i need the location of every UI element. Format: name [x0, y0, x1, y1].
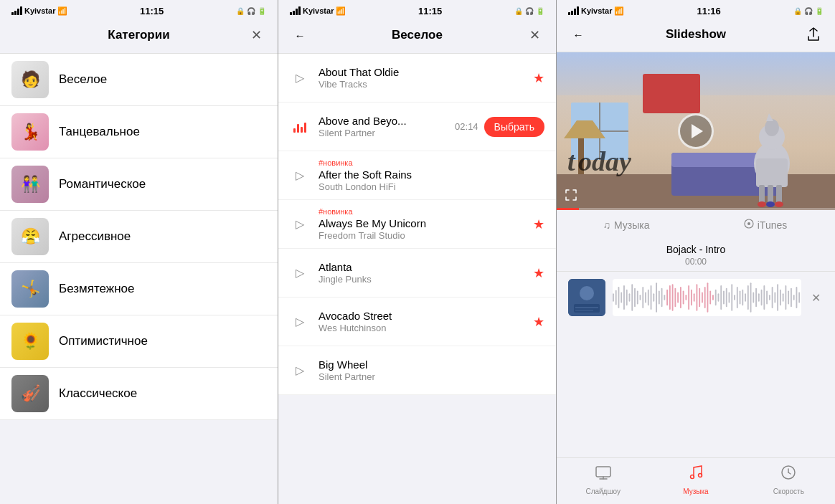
svg-rect-91	[774, 292, 775, 303]
category-romanticheskoe[interactable]: 👫 Романтическое	[0, 158, 278, 211]
track-info-4: #новинка Always Be My Unicorn Freedom Tr…	[319, 207, 524, 241]
playing-icon-2	[290, 121, 310, 133]
category-klassicheskoe[interactable]: 🎻 Классическое	[0, 368, 278, 420]
thumb-emoji-optim: 🌻	[21, 332, 40, 351]
audio-bars-icon	[293, 121, 306, 133]
back-button-3[interactable]: ←	[568, 26, 588, 44]
svg-rect-47	[656, 282, 657, 312]
track-after-soft-rains[interactable]: ▷ #новинка After the Soft Rains South Lo…	[278, 151, 556, 200]
favorite-icon-4[interactable]: ★	[533, 217, 544, 232]
track-big-wheel[interactable]: ▷ Big Wheel Silent Partner	[278, 346, 556, 395]
slideshow-icon	[595, 464, 612, 481]
status-icons-3: 🔒 🎧 🔋	[793, 7, 824, 15]
track-meta-6: ★	[533, 314, 544, 330]
category-label-klassicheskoe: Классическое	[59, 386, 137, 401]
share-button-3[interactable]	[803, 24, 824, 44]
track-about-that-oldie[interactable]: ▷ About That Oldie Vibe Tracks ★	[278, 54, 556, 103]
svg-rect-90	[772, 287, 773, 308]
category-label-agressivnoe: Агрессивное	[59, 229, 131, 244]
category-agressivnoe[interactable]: 😤 Агрессивное	[0, 211, 278, 263]
track-artist-3: South London HiFi	[319, 181, 536, 192]
status-bar-3: Kyivstar 📶 11:16 🔒 🎧 🔋	[557, 0, 835, 20]
track-info-5: Atlanta Jingle Punks	[319, 261, 524, 285]
category-thumb-agressivnoe: 😤	[11, 218, 49, 255]
svg-rect-43	[645, 292, 646, 303]
track-name-3: After the Soft Rains	[319, 168, 536, 181]
video-progress-bar[interactable]	[557, 208, 835, 210]
track-artist-7: Silent Partner	[319, 371, 536, 382]
fullscreen-button[interactable]	[565, 189, 577, 203]
tab-muzyka[interactable]: ♫ Музыка	[557, 216, 696, 234]
svg-rect-40	[637, 291, 638, 305]
svg-rect-62	[696, 284, 697, 311]
category-optimistichnoe[interactable]: 🌻 Оптимистичное	[0, 315, 278, 368]
svg-rect-34	[621, 292, 622, 303]
current-track-time: 00:00	[568, 257, 824, 267]
track-info-7: Big Wheel Silent Partner	[319, 358, 536, 382]
svg-rect-88	[766, 291, 768, 305]
music-source-tabs: ♫ Музыка iTunes	[557, 210, 835, 238]
muzyka-note-icon: ♫	[603, 219, 610, 231]
svg-rect-67	[709, 291, 711, 305]
itunes-icon	[744, 219, 754, 229]
remove-track-button[interactable]: ✕	[808, 288, 824, 308]
back-button-2[interactable]: ←	[290, 27, 310, 44]
category-veseloe[interactable]: 🧑 Веселое	[0, 54, 278, 106]
tracks-list: ▷ About That Oldie Vibe Tracks ★	[278, 54, 556, 504]
svg-rect-89	[769, 295, 770, 300]
clock-1: 11:15	[140, 6, 164, 16]
close-button-1[interactable]: ✕	[246, 24, 266, 46]
svg-rect-68	[712, 295, 714, 300]
svg-line-108	[788, 472, 791, 474]
track-atlanta[interactable]: ▷ Atlanta Jingle Punks ★	[278, 249, 556, 298]
category-label-tancevalnoe: Танцевальное	[59, 125, 140, 139]
bar	[304, 123, 306, 133]
headphones-icon-3: 🎧	[804, 7, 813, 15]
svg-rect-96	[788, 291, 789, 305]
track-meta-1: ★	[533, 70, 544, 86]
signal-bar	[571, 11, 573, 15]
svg-rect-94	[783, 293, 784, 301]
video-area: oday t	[557, 52, 835, 210]
svg-rect-82	[750, 282, 752, 312]
favorite-icon-1[interactable]: ★	[533, 70, 544, 86]
svg-rect-73	[726, 288, 727, 307]
svg-rect-92	[777, 284, 778, 311]
track-artist-6: Wes Hutchinson	[319, 323, 524, 333]
lock-icon-3: 🔒	[793, 7, 802, 15]
tab-itunes[interactable]: iTunes	[696, 216, 835, 234]
signal-bars-3	[568, 6, 579, 15]
svg-rect-87	[763, 285, 765, 310]
track-avocado-street[interactable]: ▷ Avocado Street Wes Hutchinson ★	[278, 298, 556, 346]
thumbnail-art	[568, 279, 605, 316]
favorite-icon-5[interactable]: ★	[533, 265, 544, 281]
category-thumb-veseloe: 🧑	[11, 61, 49, 98]
signal-bar	[290, 12, 292, 15]
waveform-display[interactable]	[613, 279, 801, 316]
choose-button-2[interactable]: Выбрать	[484, 117, 544, 137]
track-name-6: Avocado Street	[319, 310, 524, 322]
waveform-area: ✕	[557, 272, 835, 323]
itunes-circle-icon	[744, 219, 754, 231]
svg-point-25	[747, 222, 750, 225]
speed-tab-icon	[780, 464, 797, 485]
category-bezmyatezhnoe[interactable]: 🤸 Безмятежное	[0, 263, 278, 315]
nav-title-3: Slideshow	[588, 27, 803, 42]
track-above-and-beyond[interactable]: Above and Beyo... Silent Partner 02:14 В…	[278, 103, 556, 151]
signal-bar	[17, 9, 19, 15]
track-always-be-my-unicorn[interactable]: ▷ #новинка Always Be My Unicorn Freedom …	[278, 200, 556, 249]
favorite-icon-6[interactable]: ★	[533, 314, 544, 330]
close-button-2[interactable]: ✕	[524, 24, 544, 46]
nav-title-1: Категории	[32, 28, 246, 42]
tab-slideshow[interactable]: Слайдшоу	[557, 464, 649, 495]
track-artist-1: Vibe Tracks	[319, 79, 524, 90]
svg-rect-84	[755, 288, 757, 307]
share-icon	[807, 27, 820, 42]
category-tancevalnoe[interactable]: 💃 Танцевальное	[0, 106, 278, 158]
tab-speed[interactable]: Скорость	[742, 464, 835, 495]
play-button-video[interactable]	[678, 113, 714, 149]
slideshow-tab-label: Слайдшоу	[585, 488, 621, 495]
track-info-1: About That Oldie Vibe Tracks	[319, 66, 524, 90]
svg-rect-79	[742, 290, 743, 306]
tab-music[interactable]: Музыка	[649, 464, 742, 495]
